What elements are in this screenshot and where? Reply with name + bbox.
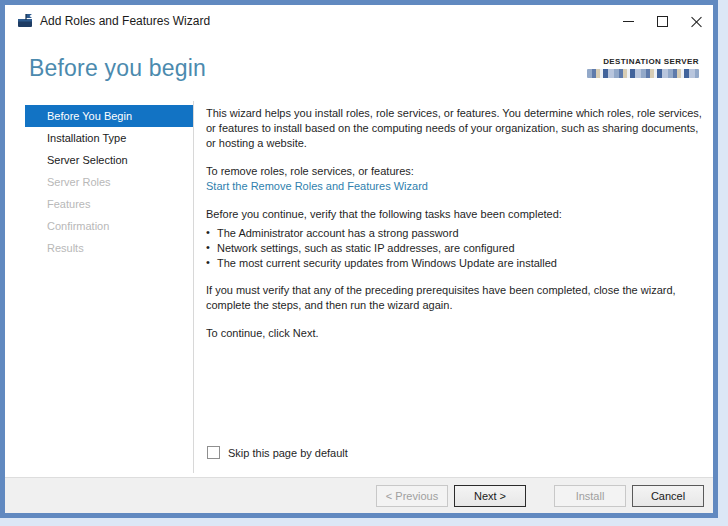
skip-page-row: Skip this page by default [207,446,348,459]
nav-item-features: Features [25,193,193,215]
nav-item-server-selection[interactable]: Server Selection [25,149,193,171]
wizard-page-content: This wizard helps you install roles, rol… [206,106,711,354]
previous-button: < Previous [376,485,448,507]
intro-paragraph: This wizard helps you install roles, rol… [206,106,711,151]
skip-page-label: Skip this page by default [228,447,348,459]
minimize-button[interactable] [611,5,645,37]
minimize-icon [623,21,634,22]
close-button[interactable] [679,5,713,37]
titlebar: Add Roles and Features Wizard [5,5,713,37]
wizard-window: Add Roles and Features Wizard Before you… [0,0,718,518]
destination-server-block: DESTINATION SERVER [587,57,699,78]
sidebar-separator [193,101,194,473]
note-paragraph: If you must verify that any of the prece… [206,283,711,313]
window-title: Add Roles and Features Wizard [40,14,210,28]
continue-text: To continue, click Next. [206,326,711,341]
install-button: Install [554,485,626,507]
prerequisite-item: The Administrator account has a strong p… [206,226,711,241]
destination-server-label: DESTINATION SERVER [587,57,699,66]
screenshot-stage: Add Roles and Features Wizard Before you… [0,0,728,526]
remove-wizard-link[interactable]: Start the Remove Roles and Features Wiza… [206,180,428,192]
skip-page-checkbox[interactable] [207,446,220,459]
page-title: Before you begin [29,55,206,82]
remove-intro-text: To remove roles, role services, or featu… [206,164,711,179]
redacted-server-name [587,69,699,78]
close-icon [691,16,702,27]
prerequisite-item: Network settings, such as static IP addr… [206,241,711,256]
footer-button-bar: < Previous Next > Install Cancel [5,477,713,513]
prerequisite-list: The Administrator account has a strong p… [206,226,711,271]
window-controls [611,5,713,37]
maximize-button[interactable] [645,5,679,37]
nav-item-confirmation: Confirmation [25,215,193,237]
nav-item-server-roles: Server Roles [25,171,193,193]
maximize-icon [657,16,668,27]
cancel-button[interactable]: Cancel [632,485,704,507]
next-button[interactable]: Next > [454,485,526,507]
nav-item-installation-type[interactable]: Installation Type [25,127,193,149]
verify-intro-text: Before you continue, verify that the fol… [206,207,711,222]
wizard-toolbox-icon [17,13,33,29]
nav-item-before-you-begin[interactable]: Before You Begin [25,105,193,127]
wizard-steps-nav: Before You Begin Installation Type Serve… [25,105,193,259]
nav-item-results: Results [25,237,193,259]
prerequisite-item: The most current security updates from W… [206,256,711,271]
